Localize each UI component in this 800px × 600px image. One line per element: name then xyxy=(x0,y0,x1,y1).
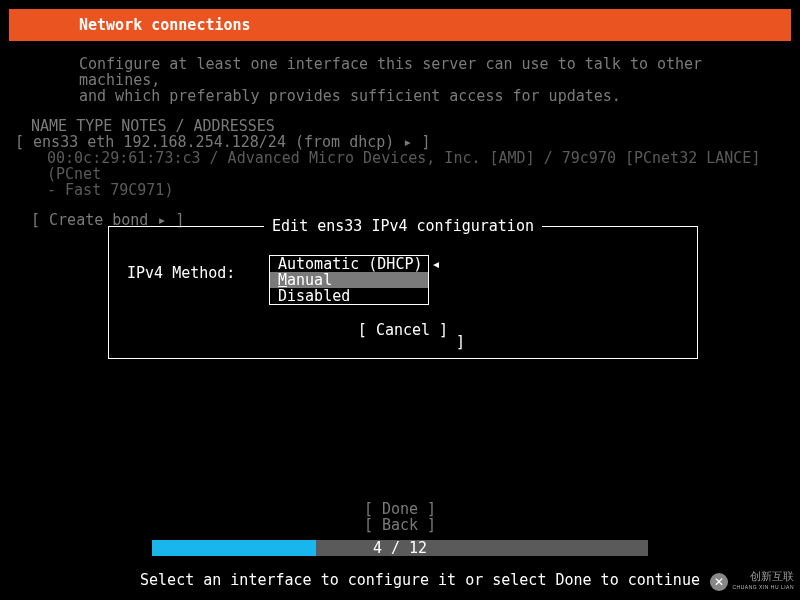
option-disabled-label: Disabled xyxy=(278,287,350,305)
interface-details-line2: - Fast 79C971) xyxy=(11,182,789,198)
progress-text: 4 / 12 xyxy=(152,540,648,556)
page-title: Network connections xyxy=(79,16,251,34)
page-header: Network connections xyxy=(9,9,791,41)
watermark-sub: CHUANG XIN HU LIAN xyxy=(732,584,794,590)
cancel-button[interactable]: [ Cancel ] xyxy=(109,322,697,338)
back-button[interactable]: [ Back ] xyxy=(0,517,800,533)
bottom-buttons: [ Done ] [ Back ] xyxy=(0,501,800,533)
progress-bar: 4 / 12 xyxy=(152,540,648,556)
interface-row-ens33[interactable]: [ ens33 eth 192.168.254.128/24 (from dhc… xyxy=(11,134,789,150)
watermark-main: 创新互联 xyxy=(750,570,794,582)
dialog-title-wrap: Edit ens33 IPv4 configuration xyxy=(109,218,697,234)
done-button[interactable]: [ Done ] xyxy=(0,501,800,517)
ipv4-config-dialog: Edit ens33 IPv4 configuration IPv4 Metho… xyxy=(108,226,698,359)
ipv4-method-label: IPv4 Method: xyxy=(127,265,235,281)
help-text: Select an interface to configure it or s… xyxy=(0,572,800,588)
columns-header: NAME TYPE NOTES / ADDRESSES xyxy=(11,118,789,134)
option-disabled[interactable]: Disabled xyxy=(270,288,428,304)
intro-line2: and which preferably provides sufficient… xyxy=(79,88,789,104)
intro-line1: Configure at least one interface this se… xyxy=(79,56,789,88)
watermark-text: 创新互联 CHUANG XIN HU LIAN xyxy=(732,572,794,592)
option-automatic-dhcp[interactable]: Automatic (DHCP) ◂ xyxy=(270,256,428,272)
interface-details-line1: 00:0c:29:61:73:c3 / Advanced Micro Devic… xyxy=(11,150,789,182)
intro-text: Configure at least one interface this se… xyxy=(11,56,789,104)
option-manual[interactable]: Manual xyxy=(270,272,428,288)
ipv4-method-dropdown[interactable]: Automatic (DHCP) ◂ Manual Disabled xyxy=(269,255,429,305)
back-label: [ Back ] xyxy=(364,516,436,534)
watermark-icon: ✕ xyxy=(710,573,728,591)
watermark: ✕ 创新互联 CHUANG XIN HU LIAN xyxy=(710,572,794,592)
dialog-title: Edit ens33 IPv4 configuration xyxy=(264,217,542,235)
cancel-label: [ Cancel ] xyxy=(358,321,448,339)
content-area: Configure at least one interface this se… xyxy=(11,56,789,228)
